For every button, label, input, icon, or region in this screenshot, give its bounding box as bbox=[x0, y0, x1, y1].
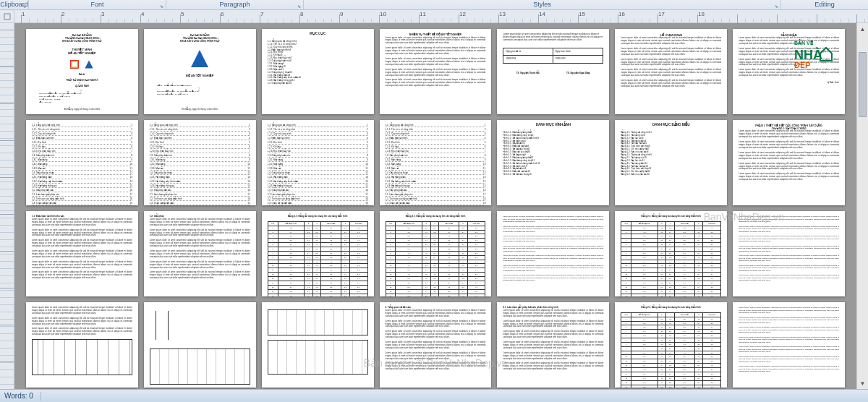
document-page[interactable]: ĐẠI HỌC ĐÀ NẴNG TRƯỜNG ĐẠI HỌC BÁCH KHOA… bbox=[26, 29, 138, 114]
ribbon-group-row: Clipboard⬊ Font⬊ Paragraph⬊ Styles⬊ Edit… bbox=[0, 0, 868, 10]
document-page[interactable]: 1.1. Tổng quan về công trình11.1.1. Tên … bbox=[26, 120, 138, 205]
document-page[interactable]: MỤC LỤC1.1. Tổng quan về công trình11.1.… bbox=[262, 29, 374, 114]
status-bar: Words: 0 bbox=[0, 389, 868, 402]
document-page[interactable]: 1.1. Điều kiện tự nhiên khu vựcLorem ips… bbox=[26, 211, 138, 296]
document-page[interactable]: Bảng 2.1: Bảng tải trọng tác dụng lên sà… bbox=[380, 211, 492, 296]
document-page[interactable] bbox=[262, 302, 374, 388]
ribbon-group-paragraph[interactable]: Paragraph⬊ bbox=[166, 0, 304, 9]
document-page[interactable]: Bảng 2.1: Bảng tải trọng tác dụng lên sà… bbox=[262, 211, 374, 296]
ruler-vertical[interactable] bbox=[0, 23, 14, 389]
ribbon-group-editing[interactable]: Editing bbox=[781, 0, 868, 9]
scroll-down-arrow[interactable]: ▼ bbox=[857, 377, 868, 389]
scrollbar-vertical[interactable]: ▲ ▼ bbox=[856, 23, 868, 389]
page-grid: ĐẠI HỌC ĐÀ NẴNG TRƯỜNG ĐẠI HỌC BÁCH KHOA… bbox=[26, 29, 845, 388]
svg-marker-4 bbox=[191, 50, 208, 67]
document-page[interactable]: LỜI CAM ĐOANLorem ipsum dolor sit amet c… bbox=[615, 29, 727, 114]
expand-icon[interactable]: ⬊ bbox=[297, 4, 301, 9]
ruler-horizontal-row: 123456789101112131415161718 bbox=[0, 10, 868, 23]
expand-icon[interactable]: ⬊ bbox=[160, 4, 163, 9]
svg-rect-0 bbox=[4, 14, 10, 20]
document-page[interactable]: 1.1. Tổng quan về công trình11.1.1. Tên … bbox=[144, 120, 256, 205]
status-separator bbox=[41, 392, 41, 401]
ruler-corner[interactable] bbox=[0, 10, 14, 23]
ruler-toggle-icon bbox=[4, 13, 11, 20]
document-page[interactable]: 2.1. Lựa chọn giải pháp kết cấu phần thâ… bbox=[497, 302, 609, 388]
document-page[interactable]: 1.1. Tổng quan về công trình11.1.1. Tên … bbox=[262, 120, 374, 205]
word-count[interactable]: Words: 0 bbox=[4, 392, 33, 400]
document-page[interactable] bbox=[144, 302, 256, 388]
document-page[interactable]: Lorem ipsum dolor sit amet consectetur a… bbox=[733, 302, 845, 388]
document-page[interactable]: 2. Tổng quan về kết cấuLorem ipsum dolor… bbox=[380, 302, 492, 388]
document-page[interactable]: Bảng 2.1: Bảng tải trọng tác dụng lên sà… bbox=[615, 302, 727, 388]
ribbon-group-styles[interactable]: Styles⬊ bbox=[304, 0, 781, 9]
svg-rect-2 bbox=[72, 62, 77, 67]
document-page[interactable]: CẢM NHẬNLorem ipsum dolor sit amet conse… bbox=[733, 29, 845, 114]
document-page[interactable]: NHIỆM VỤ THIẾT KẾ ĐỒ ÁN TỐT NGHIỆPLorem … bbox=[380, 29, 492, 114]
document-page[interactable]: Lorem ipsum dolor sit amet consectetur a… bbox=[26, 302, 138, 388]
scrollbar-thumb[interactable] bbox=[859, 52, 867, 117]
document-page[interactable]: 1.1. Tổng quan về công trình11.1.1. Tên … bbox=[380, 120, 492, 205]
document-page[interactable]: DANH MỤC BẢNG BIỂUBảng 1.1: Thông số côn… bbox=[615, 120, 727, 205]
ribbon-group-font[interactable]: Font⬊ bbox=[29, 0, 166, 9]
ruler-horizontal[interactable]: 123456789101112131415161718 bbox=[14, 10, 868, 23]
ribbon-group-clipboard[interactable]: Clipboard⬊ bbox=[0, 0, 29, 9]
document-page[interactable]: DANH MỤC HÌNH ẢNHHình 1.1: Mặt bằng tổng… bbox=[497, 120, 609, 205]
document-page[interactable]: Lorem ipsum dolor sit amet consectetur a… bbox=[497, 29, 609, 114]
expand-icon[interactable]: ⬊ bbox=[22, 4, 26, 9]
document-page[interactable]: Lorem ipsum dolor sit amet consectetur a… bbox=[497, 211, 609, 296]
document-page[interactable]: Lorem ipsum dolor sit amet consectetur a… bbox=[733, 211, 845, 296]
document-canvas[interactable]: ĐẠI HỌC ĐÀ NẴNG TRƯỜNG ĐẠI HỌC BÁCH KHOA… bbox=[14, 23, 856, 389]
svg-marker-3 bbox=[85, 60, 93, 68]
document-page[interactable]: ĐẠI HỌC ĐÀ NẴNG TRƯỜNG ĐẠI HỌC BÁCH KHOA… bbox=[144, 29, 256, 114]
document-page[interactable]: 1.2. Giải phápLorem ipsum dolor sit amet… bbox=[144, 211, 256, 296]
document-page[interactable]: Bảng 2.1: Bảng tải trọng tác dụng lên sà… bbox=[615, 211, 727, 296]
scroll-up-arrow[interactable]: ▲ bbox=[857, 23, 868, 35]
expand-icon[interactable]: ⬊ bbox=[775, 4, 778, 9]
document-page[interactable]: PHẦN I: THIẾT KẾ KẾT CẤU CÔNG TRÌNH XÂY … bbox=[733, 120, 845, 205]
